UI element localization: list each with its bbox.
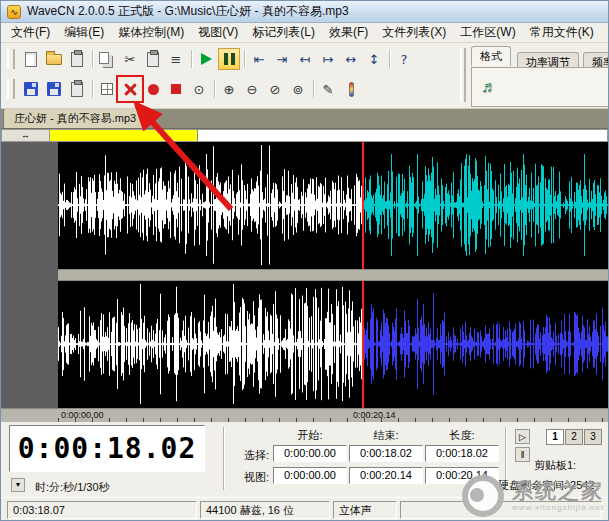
- save-icon: [24, 82, 38, 96]
- open-file-button[interactable]: [43, 48, 65, 70]
- save-button[interactable]: [20, 78, 42, 100]
- time-unit-dropdown[interactable]: ▼: [11, 478, 25, 492]
- wavecn-window: ∿ WaveCN 2.0.0.5 正式版 - G:\Music\庄心妍 - 真的…: [0, 0, 609, 521]
- col-header-length: 长度:: [425, 428, 499, 443]
- toolbar-separator: [188, 49, 195, 69]
- cursor-to-end-button[interactable]: ↦: [317, 48, 339, 70]
- app-icon: ∿: [7, 5, 21, 19]
- clip-pause-button[interactable]: ‖: [515, 447, 530, 462]
- status-samplerate: 44100 赫兹, 16 位: [200, 501, 330, 519]
- window-title: WaveCN 2.0.0.5 正式版 - G:\Music\庄心妍 - 真的不容…: [27, 3, 349, 20]
- stop-button[interactable]: [165, 78, 187, 100]
- toolbar-separator: [89, 49, 96, 69]
- marker-edit-button[interactable]: ✎: [317, 78, 339, 100]
- pause-button[interactable]: [218, 48, 240, 70]
- zoom-full-icon: ⊚: [293, 83, 304, 96]
- menu-item[interactable]: 标记列表(L): [245, 22, 322, 43]
- clipboard-tab-1[interactable]: 1: [546, 429, 564, 445]
- cut-button[interactable]: ✂: [119, 48, 141, 70]
- music-note-icon: ♬: [481, 78, 497, 96]
- help-button[interactable]: ?: [393, 48, 415, 70]
- menu-item[interactable]: 常用文件(K): [523, 22, 601, 43]
- toolbar-separator: [89, 79, 96, 99]
- pan-track[interactable]: [50, 129, 608, 142]
- pan-bar-row: ↔: [1, 129, 608, 142]
- save-as-icon: [47, 82, 61, 96]
- selection-length-value[interactable]: 0:00:18.02: [425, 445, 499, 462]
- new-file-button[interactable]: [20, 48, 42, 70]
- time-ruler[interactable]: 0:00:00.00 0:00:20.14: [1, 408, 608, 422]
- tab-format[interactable]: 格式: [471, 46, 511, 66]
- selection-start-value[interactable]: 0:00:00.00: [273, 445, 347, 462]
- select-to-end-icon: ⇥: [277, 53, 288, 66]
- scissors-icon: ✂: [125, 53, 136, 66]
- document-tab[interactable]: 庄心妍 - 真的不容易.mp3: [3, 108, 147, 128]
- help-icon: ?: [401, 53, 408, 66]
- record-button[interactable]: [142, 78, 164, 100]
- zoom-out-button[interactable]: ⊖: [241, 78, 263, 100]
- zoom-in-icon: ⊕: [224, 83, 235, 96]
- trim-icon: ≡: [171, 53, 182, 66]
- menu-item[interactable]: 视图(V): [191, 22, 245, 43]
- selection-end-value[interactable]: 0:00:18.02: [349, 445, 423, 462]
- delete-x-icon: [124, 83, 137, 96]
- left-channel-waveform[interactable]: [58, 142, 609, 269]
- channel-divider: [58, 269, 609, 281]
- chevron-down-icon: ▼: [15, 481, 22, 488]
- record-icon: [148, 84, 159, 95]
- document-tab-strip: 庄心妍 - 真的不容易.mp3: [1, 109, 608, 129]
- clipboard-tab-2[interactable]: 2: [565, 429, 583, 445]
- pan-scroll-button[interactable]: ↔: [1, 129, 50, 142]
- time-unit-label: 时:分:秒/1/30秒: [35, 480, 110, 495]
- cursor-to-start-button[interactable]: ↤: [294, 48, 316, 70]
- pan-thumb[interactable]: [50, 130, 198, 141]
- level-meter-button[interactable]: [340, 78, 362, 100]
- format-panel: 格式 功率调节 频率 ♬: [469, 45, 609, 107]
- copy-icon: [99, 52, 109, 64]
- zoom-vertical-icon: ↕: [369, 53, 380, 66]
- menu-item[interactable]: 媒体控制(M): [111, 22, 191, 43]
- menu-item[interactable]: 效果(F): [322, 22, 375, 43]
- title-bar[interactable]: ∿ WaveCN 2.0.0.5 正式版 - G:\Music\庄心妍 - 真的…: [1, 1, 608, 23]
- clipboard-tab-3[interactable]: 3: [584, 429, 602, 445]
- right-channel-waveform[interactable]: [58, 281, 609, 408]
- paste-as-new-button[interactable]: [66, 48, 88, 70]
- menu-item[interactable]: 文件列表(X): [375, 22, 453, 43]
- view-start-value[interactable]: 0:00:00.00: [273, 467, 347, 484]
- select-to-end-button[interactable]: ⇥: [271, 48, 293, 70]
- menu-item[interactable]: 工作区(W): [453, 22, 522, 43]
- select-to-start-button[interactable]: ⇤: [248, 48, 270, 70]
- delete-selection-button[interactable]: [119, 78, 141, 100]
- panel-grip[interactable]: [460, 48, 466, 102]
- save-as-button[interactable]: [43, 78, 65, 100]
- paste-special-button[interactable]: [66, 78, 88, 100]
- time-display: 0:00:18.02: [9, 425, 205, 472]
- pause-icon: [224, 53, 235, 65]
- h-scroll-icon: ↔: [21, 130, 30, 140]
- mix-grid-button[interactable]: [96, 78, 118, 100]
- loop-button[interactable]: ⊙: [188, 78, 210, 100]
- view-end-value[interactable]: 0:00:20.14: [349, 467, 423, 484]
- zoom-in-button[interactable]: ⊕: [218, 78, 240, 100]
- menu-item[interactable]: 文件(F): [4, 22, 57, 43]
- copy-button[interactable]: [96, 48, 118, 70]
- menu-item[interactable]: 编辑(E): [57, 22, 111, 43]
- zoom-full-button[interactable]: ⊚: [287, 78, 309, 100]
- paste-icon: [147, 52, 159, 67]
- open-folder-icon: [46, 54, 62, 65]
- zoom-selection-button[interactable]: ⊘: [264, 78, 286, 100]
- watermark: 系统之家 www.xitongzhijia.net: [462, 475, 604, 517]
- status-channels: 立体声: [333, 501, 397, 519]
- toolbar-row-2: ⊙⊕⊖⊘⊚✎: [7, 76, 363, 102]
- play-button[interactable]: [195, 48, 217, 70]
- zoom-vertical-button[interactable]: ↕: [363, 48, 385, 70]
- stop-icon: [171, 84, 181, 94]
- new-file-icon: [25, 52, 37, 67]
- cursor-to-start-icon: ↤: [300, 53, 311, 66]
- paste-button[interactable]: [142, 48, 164, 70]
- clip-play-button[interactable]: ▷: [515, 429, 530, 444]
- trim-button[interactable]: ≡: [165, 48, 187, 70]
- clip-pause-icon: ‖: [521, 450, 525, 460]
- select-all-button[interactable]: ↔: [340, 48, 362, 70]
- cursor-to-end-icon: ↦: [323, 53, 334, 66]
